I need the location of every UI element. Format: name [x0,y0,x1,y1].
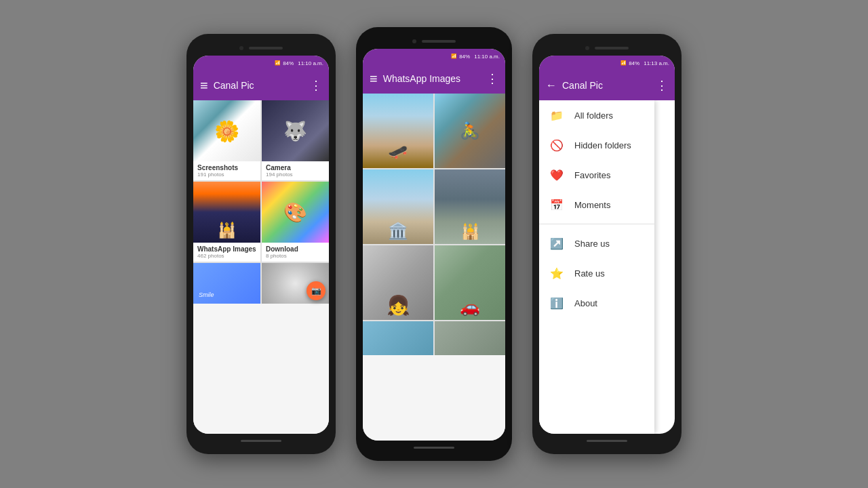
camera-name: Camera [266,164,325,171]
right-signal-icon: 📶 [620,60,627,66]
right-phone-bottom [539,434,675,447]
star-icon: ⭐ [550,266,564,280]
battery-text: 84% [283,60,294,66]
center-phone-screen: 📶 84% 11:10 a.m. WhatsApp Images [363,49,505,441]
center-app-header: WhatsApp Images [363,64,505,94]
camera-info: Camera 194 photos [262,161,329,180]
center-time-display: 11:10 a.m. [474,54,500,60]
nav-share-label: Share us [574,239,610,249]
right-more-icon[interactable] [656,78,668,93]
left-hamburger-icon[interactable] [200,78,208,94]
camera-count: 194 photos [266,171,325,178]
nav-about-label: About [574,298,597,308]
wa-img-car[interactable] [435,245,505,320]
left-status-icons: 📶 84% 11:10 a.m. [275,60,323,66]
left-header-title: Canal Pic [214,80,304,91]
nav-all-folders[interactable]: 📁 All folders [539,100,654,130]
nav-about[interactable]: ℹ️ About [539,288,654,318]
center-phone-bottom [363,441,505,454]
download-count: 8 photos [266,253,325,259]
right-phone-screen: 📶 84% 11:13 a.m. Canal Pic nimated [539,56,675,434]
center-home-indicator [414,447,454,449]
wa-img-monument[interactable] [435,169,505,244]
right-home-indicator [587,440,627,442]
folder-misc[interactable]: 📷 [262,263,329,304]
center-front-camera [412,39,416,43]
center-battery-text: 84% [459,54,470,60]
left-app-header: Canal Pic [193,70,329,100]
whatsapp-name: WhatsApp Images [197,245,256,253]
nav-hidden-folders[interactable]: 🚫 Hidden folders [539,130,654,160]
center-content [363,94,505,441]
left-content: Screenshots 191 photos Camera 194 photos [193,100,329,434]
right-time-display: 11:13 a.m. [644,60,669,66]
center-speaker [422,40,456,43]
folder-smile[interactable] [193,263,260,304]
left-phone: 📶 84% 11:10 a.m. Canal Pic Screenshots 1… [186,34,336,454]
right-speaker [595,47,629,49]
nav-drawer: 📁 All folders 🚫 Hidden folders ❤️ Favori… [539,100,654,434]
right-back-icon[interactable] [546,79,557,92]
nav-rate-label: Rate us [574,268,605,279]
center-hamburger-icon[interactable] [370,71,378,87]
center-status-bar: 📶 84% 11:10 a.m. [363,49,505,64]
time-display: 11:10 a.m. [298,60,323,66]
home-indicator [241,440,281,442]
right-phone-top [539,41,675,56]
wa-img-partial-1 [363,321,433,355]
camera-fab[interactable]: 📷 [307,281,326,300]
nav-share[interactable]: ↗️ Share us [539,228,654,258]
signal-icon: 📶 [275,60,281,66]
nav-moments-label: Moments [574,200,610,210]
folder-whatsapp[interactable]: WhatsApp Images 462 photos [193,182,260,262]
nav-rate[interactable]: ⭐ Rate us [539,258,654,288]
whatsapp-info: WhatsApp Images 462 photos [193,243,260,262]
folder-download[interactable]: Download 8 photos [262,182,329,262]
left-phone-screen: 📶 84% 11:10 a.m. Canal Pic Screenshots 1… [193,56,329,434]
right-status-bar: 📶 84% 11:13 a.m. [539,56,675,70]
center-phone: 📶 84% 11:10 a.m. WhatsApp Images [356,27,512,461]
smile-thumb [193,263,260,304]
right-battery-text: 84% [629,60,639,66]
heart-icon: ❤️ [550,168,564,182]
whatsapp-count: 462 photos [197,253,256,259]
folder-screenshots[interactable]: Screenshots 191 photos [193,100,260,180]
left-phone-top [193,41,329,56]
right-header-title: Canal Pic [562,80,650,91]
center-header-title: WhatsApp Images [383,73,481,84]
nav-divider [539,224,654,224]
nav-all-folders-label: All folders [574,110,613,121]
screenshots-name: Screenshots [197,164,256,171]
nav-favorites-label: Favorites [574,170,610,180]
wa-img-girl[interactable] [363,245,433,320]
front-camera [239,46,243,50]
camera-thumb [262,100,329,161]
left-more-icon[interactable] [310,78,322,93]
screenshots-info: Screenshots 191 photos [193,161,260,180]
share-icon: ↗️ [550,237,564,250]
screenshots-thumb [193,100,260,161]
download-name: Download [266,245,325,253]
right-app-header: Canal Pic [539,70,675,100]
wa-img-skater[interactable] [363,94,433,168]
wa-img-arches[interactable] [363,169,433,244]
wa-img-cyclist[interactable] [435,94,505,168]
center-phone-top [363,34,505,49]
folder-icon: 📁 [550,108,564,122]
right-status-icons: 📶 84% 11:13 a.m. [620,60,669,66]
nav-moments[interactable]: 📅 Moments [539,190,654,220]
left-photo-grid: Screenshots 191 photos Camera 194 photos [193,100,329,304]
right-phone: 📶 84% 11:13 a.m. Canal Pic nimated [532,34,682,454]
folder-camera[interactable]: Camera 194 photos [262,100,329,180]
center-status-icons: 📶 84% 11:10 a.m. [451,54,500,60]
wa-image-grid [363,94,505,355]
center-more-icon[interactable] [486,71,498,86]
download-thumb [262,182,329,243]
right-content-area: nimated 📁 All folders 🚫 Hidden folders ❤… [539,100,675,434]
screenshots-count: 191 photos [197,171,256,178]
nav-favorites[interactable]: ❤️ Favorites [539,160,654,190]
hidden-icon: 🚫 [550,138,564,152]
nav-hidden-label: Hidden folders [574,140,631,150]
calendar-icon: 📅 [550,198,564,211]
left-phone-bottom [193,434,329,447]
